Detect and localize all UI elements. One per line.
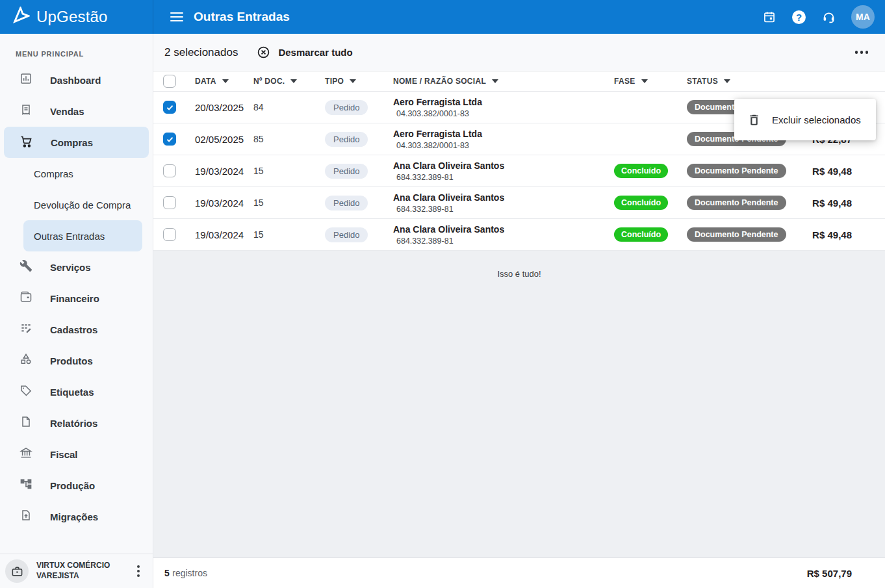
end-of-list-message: Isso é tudo! xyxy=(153,251,885,279)
sidebar-item-compras[interactable]: Compras xyxy=(4,127,149,158)
row-doc-number: 84 xyxy=(253,102,325,112)
status-badge: Documento Pendente xyxy=(687,196,786,210)
sidebar-section-label: MENU PRINCIPAL xyxy=(0,34,153,64)
sidebar-item-cadastros[interactable]: Cadastros xyxy=(4,314,149,345)
row-name: Ana Clara Oliveira Santos xyxy=(393,224,614,235)
sidebar-subitem-outras-entradas[interactable]: Outras Entradas xyxy=(23,220,142,251)
sidebar-subitem-devolucao-de-compra[interactable]: Devolução de Compra xyxy=(23,189,142,220)
more-options-icon[interactable] xyxy=(854,47,870,58)
sidebar-item-vendas[interactable]: Vendas xyxy=(4,96,149,127)
cancel-circle-icon xyxy=(257,45,270,59)
help-icon[interactable]: ? xyxy=(792,10,806,24)
row-date: 19/03/2024 xyxy=(195,198,253,209)
app-root: UpGestão Outras Entradas ? MA MENU PRINC… xyxy=(0,0,885,588)
cart-icon xyxy=(19,134,33,151)
row-tax-id: 684.332.389-81 xyxy=(393,205,614,214)
tipo-badge: Pedido xyxy=(325,100,368,115)
row-checkbox[interactable] xyxy=(163,228,176,241)
tipo-badge: Pedido xyxy=(325,132,368,147)
sidebar-item-dashboard[interactable]: Dashboard xyxy=(4,64,149,96)
row-tax-id: 04.303.382/0001-83 xyxy=(393,109,614,118)
page-title: Outras Entradas xyxy=(194,10,290,24)
avatar[interactable]: MA xyxy=(851,5,875,29)
flow-icon xyxy=(19,478,32,493)
row-checkbox[interactable] xyxy=(163,101,176,114)
row-tax-id: 684.332.389-81 xyxy=(393,173,614,182)
fase-badge: Concluído xyxy=(614,227,668,242)
company-switcher[interactable]: VIRTUX COMÉRCIO VAREJISTA xyxy=(0,554,153,588)
headset-support-icon[interactable] xyxy=(821,10,836,24)
fase-badge: Concluído xyxy=(614,164,668,178)
sidebar-item-migracoes[interactable]: Migrações xyxy=(4,501,149,532)
bank-icon xyxy=(19,446,32,462)
sidebar-item-fiscal[interactable]: Fiscal xyxy=(4,439,149,470)
row-date: 19/03/2024 xyxy=(195,166,253,177)
briefcase-icon xyxy=(5,559,29,583)
row-name: Ana Clara Oliveira Santos xyxy=(393,192,614,203)
tipo-badge: Pedido xyxy=(325,227,368,242)
selection-toolbar: 2 selecionados Desmarcar tudo xyxy=(153,34,885,71)
paper-plane-logo-icon xyxy=(4,1,35,32)
row-doc-number: 15 xyxy=(253,198,325,208)
row-checkbox[interactable] xyxy=(163,196,176,209)
row-checkbox[interactable] xyxy=(163,164,176,177)
sidebar-item-servicos[interactable]: Serviços xyxy=(4,251,149,283)
app-bar: Outras Entradas ? MA xyxy=(153,0,885,34)
calendar-icon[interactable] xyxy=(762,10,776,24)
records-count: 5 registros xyxy=(164,567,207,579)
row-date: 19/03/2024 xyxy=(195,229,253,240)
receipt-icon xyxy=(19,103,32,119)
shapes-icon xyxy=(19,353,32,368)
row-name: Aero Ferragista Ltda xyxy=(393,97,614,107)
table-footer: 5 registros R$ 507,79 xyxy=(153,557,885,588)
wrench-icon xyxy=(19,259,32,275)
sidebar-item-etiquetas[interactable]: Etiquetas xyxy=(4,376,149,407)
sidebar: MENU PRINCIPAL Dashboard Vendas Compras … xyxy=(0,34,153,588)
select-all-checkbox[interactable] xyxy=(163,75,176,88)
column-header-status[interactable]: STATUS xyxy=(687,77,804,86)
row-checkbox[interactable] xyxy=(163,133,176,146)
row-date: 02/05/2025 xyxy=(195,134,253,145)
deselect-all-button[interactable]: Desmarcar tudo xyxy=(257,45,352,59)
company-name: VIRTUX COMÉRCIO VAREJISTA xyxy=(36,561,110,581)
forms-icon xyxy=(19,322,32,337)
sidebar-item-producao[interactable]: Produção xyxy=(4,470,149,501)
sort-arrow-icon xyxy=(724,79,730,83)
sidebar-item-produtos[interactable]: Produtos xyxy=(4,345,149,376)
row-tax-id: 684.332.389-81 xyxy=(393,236,614,246)
row-doc-number: 15 xyxy=(253,229,325,240)
total-value: R$ 507,79 xyxy=(807,568,852,579)
tipo-badge: Pedido xyxy=(325,164,368,179)
row-doc-number: 85 xyxy=(253,134,325,144)
sort-arrow-icon xyxy=(641,79,648,83)
row-tax-id: 04.303.382/0001-83 xyxy=(393,141,614,150)
table-row[interactable]: 19/03/2024 15 Pedido Ana Clara Oliveira … xyxy=(153,155,885,187)
file-upload-icon xyxy=(19,509,32,524)
context-menu-delete-selected[interactable]: Excluir selecionados xyxy=(734,99,876,140)
row-name: Aero Ferragista Ltda xyxy=(393,129,614,139)
sort-arrow-icon xyxy=(350,79,356,83)
table-header: DATA Nº DOC. TIPO NOME / RAZÃO SOCIAL FA… xyxy=(153,71,885,92)
column-header-ndoc[interactable]: Nº DOC. xyxy=(253,77,325,86)
column-header-data[interactable]: DATA xyxy=(195,77,253,86)
table-row[interactable]: 19/03/2024 15 Pedido Ana Clara Oliveira … xyxy=(153,187,885,219)
sidebar-item-financeiro[interactable]: Financeiro xyxy=(4,283,149,314)
wallet-icon xyxy=(19,290,32,306)
trash-icon xyxy=(747,113,761,127)
row-doc-number: 15 xyxy=(253,166,325,176)
column-header-fase[interactable]: FASE xyxy=(614,77,687,86)
fase-badge: Concluído xyxy=(614,196,668,210)
more-vert-icon[interactable] xyxy=(131,563,146,579)
column-header-tipo[interactable]: TIPO xyxy=(325,77,393,86)
logo-bar: UpGestão xyxy=(0,0,153,34)
row-value: R$ 49,48 xyxy=(804,198,852,209)
status-badge: Documento Pendente xyxy=(687,164,786,178)
row-name: Ana Clara Oliveira Santos xyxy=(393,160,614,171)
hamburger-menu-icon[interactable] xyxy=(170,12,183,21)
row-value: R$ 49,48 xyxy=(804,229,852,240)
sidebar-subitem-compras[interactable]: Compras xyxy=(23,158,142,189)
sort-arrow-icon xyxy=(290,79,297,83)
sidebar-item-relatorios[interactable]: Relatórios xyxy=(4,407,149,439)
column-header-nome[interactable]: NOME / RAZÃO SOCIAL xyxy=(393,77,614,86)
table-row[interactable]: 19/03/2024 15 Pedido Ana Clara Oliveira … xyxy=(153,219,885,251)
